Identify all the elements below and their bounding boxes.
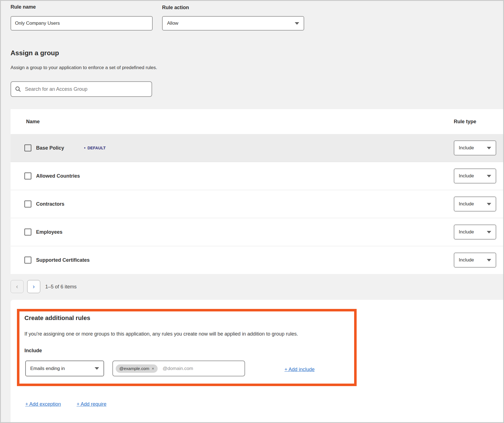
- rule-type-select[interactable]: Include: [454, 197, 496, 212]
- group-name-label: Contractors: [36, 201, 64, 207]
- chevron-down-icon: [487, 147, 491, 149]
- table-row: Supported Certificates Include: [11, 246, 504, 274]
- table-row: Allowed Countries Include: [11, 162, 504, 190]
- default-badge: • DEFAULT: [84, 146, 106, 150]
- group-name-label: Supported Certificates: [36, 257, 90, 263]
- access-group-search[interactable]: [11, 81, 152, 97]
- column-header-rule-type: Rule type: [454, 119, 476, 125]
- email-domain-input[interactable]: [162, 366, 242, 372]
- chip-label: @example.com: [119, 366, 149, 371]
- group-name-label: Base Policy: [36, 145, 64, 151]
- chevron-left-icon: ‹: [16, 283, 18, 290]
- rule-action-value: Allow: [167, 21, 178, 26]
- assign-group-description: Assign a group to your application to en…: [11, 65, 157, 70]
- assign-group-heading: Assign a group: [11, 49, 59, 57]
- chevron-down-icon: [487, 259, 491, 261]
- rule-type-select[interactable]: Include: [454, 168, 496, 183]
- create-additional-rules-heading: Create additional rules: [24, 314, 90, 322]
- table-row: Base Policy • DEFAULT Include: [11, 134, 504, 162]
- rule-name-input[interactable]: [11, 16, 153, 31]
- pagination-prev-button[interactable]: ‹: [11, 280, 24, 293]
- table-row: Employees Include: [11, 218, 504, 246]
- chevron-right-icon: ›: [33, 283, 35, 290]
- rule-criteria-value: Emails ending in: [30, 366, 65, 371]
- chevron-down-icon: [487, 175, 491, 177]
- email-domain-tag-input[interactable]: @example.com ×: [112, 361, 245, 376]
- create-additional-rules-description: If you're assigning one or more groups t…: [24, 331, 346, 337]
- access-group-table: Name Rule type Base Policy • DEFAULT Inc…: [11, 109, 504, 274]
- rule-name-label: Rule name: [11, 4, 36, 10]
- rule-type-value: Include: [459, 145, 474, 151]
- group-name-label: Allowed Countries: [36, 173, 80, 179]
- row-checkbox[interactable]: [24, 173, 31, 180]
- include-section-label: Include: [24, 348, 42, 354]
- rule-type-value: Include: [459, 173, 474, 179]
- rule-type-select[interactable]: Include: [454, 140, 496, 155]
- table-row: Contractors Include: [11, 190, 504, 218]
- column-header-name: Name: [26, 119, 40, 125]
- rule-criteria-select[interactable]: Emails ending in: [25, 361, 104, 376]
- chevron-down-icon: [295, 22, 299, 25]
- pagination-next-button[interactable]: ›: [27, 280, 40, 293]
- dot-icon: •: [84, 146, 85, 150]
- rule-action-label: Rule action: [162, 5, 189, 11]
- group-name-label: Employees: [36, 229, 62, 235]
- row-checkbox[interactable]: [24, 145, 31, 152]
- table-header: Name Rule type: [11, 109, 504, 134]
- add-include-link[interactable]: + Add include: [284, 367, 315, 372]
- rule-type-select[interactable]: Include: [454, 225, 496, 240]
- rule-type-value: Include: [459, 229, 474, 235]
- rule-action-select[interactable]: Allow: [162, 16, 304, 31]
- close-icon[interactable]: ×: [152, 367, 154, 371]
- row-checkbox[interactable]: [24, 201, 31, 208]
- chevron-down-icon: [487, 203, 491, 205]
- add-require-link[interactable]: + Add require: [77, 401, 107, 407]
- rule-type-select[interactable]: Include: [454, 253, 496, 268]
- chevron-down-icon: [95, 367, 99, 370]
- pagination-summary: 1–5 of 6 items: [45, 284, 77, 290]
- rule-type-value: Include: [459, 257, 474, 263]
- policy-rule-page: Rule name Rule action Allow Assign a gro…: [0, 0, 504, 423]
- default-badge-label: DEFAULT: [87, 146, 106, 150]
- email-domain-chip: @example.com ×: [116, 364, 158, 373]
- search-input[interactable]: [24, 86, 148, 92]
- row-checkbox[interactable]: [24, 257, 31, 264]
- add-exception-link[interactable]: + Add exception: [25, 401, 61, 407]
- search-icon: [15, 86, 21, 92]
- row-checkbox[interactable]: [24, 229, 31, 236]
- rule-type-value: Include: [459, 201, 474, 207]
- chevron-down-icon: [487, 231, 491, 233]
